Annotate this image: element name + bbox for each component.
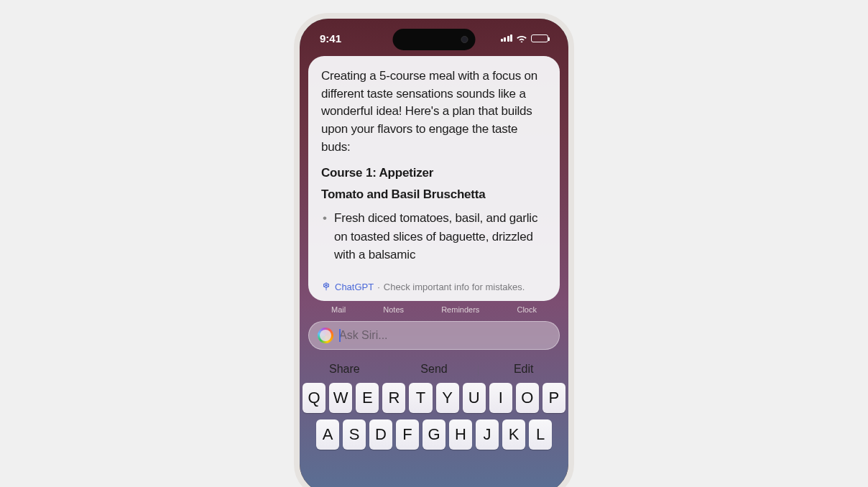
response-intro: Creating a 5-course meal with a focus on… — [321, 68, 547, 156]
key-y[interactable]: Y — [436, 383, 459, 413]
separator: · — [377, 282, 380, 292]
app-label-notes: Notes — [383, 305, 404, 314]
key-t[interactable]: T — [409, 383, 432, 413]
key-l[interactable]: L — [529, 419, 552, 450]
quicktype-suggestions: Share Send Edit — [300, 354, 568, 383]
cellular-signal-icon — [501, 34, 513, 42]
siri-placeholder: Ask Siri... — [339, 329, 388, 341]
keyboard-row-2: A S D F G H J K L — [303, 419, 565, 450]
app-label-reminders: Reminders — [441, 305, 479, 314]
camera-icon — [461, 36, 468, 43]
screen: 9:41 Creating a 5-course meal with a foc… — [300, 19, 568, 487]
key-k[interactable]: K — [502, 419, 525, 450]
key-j[interactable]: J — [476, 419, 499, 450]
dish-name: Tomato and Basil Bruschetta — [321, 187, 547, 202]
key-a[interactable]: A — [316, 419, 339, 450]
suggestion-edit[interactable]: Edit — [479, 363, 568, 376]
siri-input[interactable]: Ask Siri... — [339, 329, 550, 342]
card-footer: ChatGPT · Check important info for mista… — [321, 282, 547, 292]
key-h[interactable]: H — [449, 419, 472, 450]
key-s[interactable]: S — [343, 419, 366, 450]
chatgpt-icon — [321, 282, 331, 292]
course-heading: Course 1: Appetizer — [321, 166, 547, 180]
suggestion-send[interactable]: Send — [389, 363, 479, 376]
key-g[interactable]: G — [423, 419, 445, 450]
wifi-icon — [516, 34, 527, 42]
keyboard: Q W E R T Y U I O P A S D F G H J K L — [300, 383, 568, 450]
key-r[interactable]: R — [382, 383, 405, 413]
key-f[interactable]: F — [396, 419, 419, 450]
bullet-list: Fresh diced tomatoes, basil, and garlic … — [321, 209, 547, 264]
siri-response-card: Creating a 5-course meal with a focus on… — [308, 56, 560, 301]
siri-input-bar[interactable]: Ask Siri... — [308, 321, 560, 350]
app-label-mail: Mail — [331, 305, 346, 314]
text-cursor — [339, 329, 341, 342]
app-label-clock: Clock — [517, 305, 537, 314]
chatgpt-label[interactable]: ChatGPT — [335, 282, 374, 292]
key-w[interactable]: W — [329, 383, 352, 413]
status-time: 9:41 — [320, 32, 341, 45]
key-o[interactable]: O — [516, 383, 539, 413]
dynamic-island — [393, 29, 476, 50]
key-d[interactable]: D — [369, 419, 392, 450]
key-q[interactable]: Q — [303, 383, 326, 413]
key-e[interactable]: E — [356, 383, 379, 413]
dock-app-labels: Mail Notes Reminders Clock — [300, 301, 568, 314]
key-p[interactable]: P — [542, 383, 565, 413]
status-icons — [501, 34, 549, 42]
siri-orb-icon — [318, 328, 333, 343]
bullet-item: Fresh diced tomatoes, basil, and garlic … — [321, 209, 547, 264]
suggestion-share[interactable]: Share — [300, 363, 389, 376]
battery-icon — [531, 34, 548, 42]
key-u[interactable]: U — [463, 383, 486, 413]
key-i[interactable]: I — [489, 383, 512, 413]
keyboard-row-1: Q W E R T Y U I O P — [303, 383, 565, 413]
phone-device-frame: 9:41 Creating a 5-course meal with a foc… — [294, 13, 574, 487]
disclaimer-text: Check important info for mistakes. — [384, 282, 525, 292]
